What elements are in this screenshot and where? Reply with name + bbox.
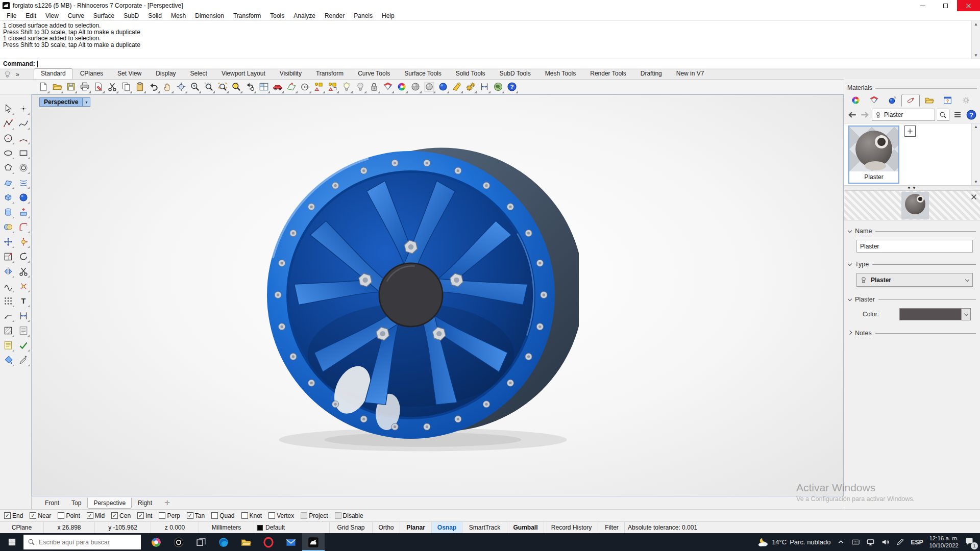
clock[interactable]: 12:16 a. m. 10/10/2022 [929,535,959,549]
viewport-tab-front[interactable]: Front [39,497,65,509]
tool-extrude-curve-icon[interactable] [16,205,30,219]
thumbnail-scrollbar[interactable]: ▲ ▼ [971,123,980,185]
zoom-selected-icon[interactable] [216,81,229,93]
taskbar-opera-browser-icon[interactable] [257,533,280,551]
tool-fillet-edge-icon[interactable] [16,220,30,234]
menu-render[interactable]: Render [320,12,349,20]
back-arrow-icon[interactable] [847,110,857,120]
ghosted-display-icon[interactable] [423,81,435,93]
layers-icon[interactable] [381,81,394,93]
taskbar-file-explorer-icon[interactable] [235,533,257,551]
tool-scale-icon[interactable] [1,249,15,263]
menu-transform[interactable]: Transform [229,12,265,20]
lamp-off-icon[interactable] [354,81,366,93]
menu-surface[interactable]: Surface [89,12,119,20]
save-icon[interactable] [64,81,77,93]
viewport-tab-top[interactable]: Top [65,497,87,509]
show-objects-icon[interactable] [326,81,339,93]
tool-mirror-icon[interactable] [1,264,15,278]
osnap-mid[interactable]: ✓Mid [87,512,105,519]
tool-selection-filter-icon[interactable] [16,338,30,352]
paste-icon[interactable] [133,81,146,93]
osnap-near[interactable]: ✓Near [30,512,51,519]
options-icon[interactable] [464,81,477,93]
status-millimeters[interactable]: Millimeters [199,522,254,533]
tool-cylinder-icon[interactable] [1,205,15,219]
tool-select-icon[interactable] [1,102,15,115]
material-search-input[interactable] [884,111,925,118]
tool-explode-icon[interactable] [16,279,30,293]
tool-trim-icon[interactable] [16,264,30,278]
menu-solid[interactable]: Solid [143,12,166,20]
color-picker-dropdown[interactable] [899,308,971,320]
panel-splitter[interactable]: ▼▼ [844,186,980,191]
status-absolute-tolerance-0-001[interactable]: Absolute tolerance: 0.001 [625,522,980,533]
command-input-line[interactable]: Command: [0,60,980,68]
status-default[interactable]: Default [254,522,330,533]
status-planar[interactable]: Planar [400,522,432,533]
minimize-icon[interactable] [911,0,934,11]
volume-icon[interactable] [881,538,890,546]
tool-loft-icon[interactable] [16,176,30,189]
panel-tab-layers-icon[interactable] [865,94,883,107]
undo-icon[interactable] [147,81,160,93]
checkbox-icon[interactable] [335,512,341,519]
toolbar-tab-render-tools[interactable]: Render Tools [583,68,633,79]
taskbar-rhino-7-icon[interactable] [302,533,325,551]
osnap-int[interactable]: ✓Int [137,512,152,519]
panel-tab-libraries-icon[interactable] [920,94,938,107]
pan-view-icon[interactable] [161,81,174,93]
toolbar-tab-solid-tools[interactable]: Solid Tools [449,68,493,79]
toolbar-tab-display[interactable]: Display [149,68,183,79]
status-grid-snap[interactable]: Grid Snap [330,522,373,533]
status-y-105-962[interactable]: y -105.962 [95,522,151,533]
panel-tab-settings-icon[interactable] [957,94,975,107]
menu-mesh[interactable]: Mesh [166,12,190,20]
set-cplane-icon[interactable] [285,81,298,93]
rendered-display-icon[interactable] [436,81,449,93]
tool-polyline-icon[interactable] [1,116,15,130]
lock-objects-icon[interactable] [368,81,380,93]
cut-icon[interactable] [106,81,118,93]
zoom-window-icon[interactable] [202,81,215,93]
material-search-field[interactable] [872,109,935,121]
tool-single-point-icon[interactable] [16,102,30,115]
status-smarttrack[interactable]: SmartTrack [462,522,507,533]
toolbar-tab-drafting[interactable]: Drafting [633,68,669,79]
notes-section-header[interactable]: Notes [848,330,976,337]
tool-paint-bucket-icon[interactable] [1,353,15,367]
tool-arc-icon[interactable] [16,131,30,145]
taskbar-edge-browser-icon[interactable] [212,533,235,551]
action-center-button[interactable]: 1 [965,537,976,548]
hide-objects-icon[interactable] [312,81,325,93]
tool-control-point-curve-icon[interactable] [16,116,30,130]
taskbar-mail-app-icon[interactable] [280,533,302,551]
toolbar-tab-cplanes[interactable]: CPlanes [73,68,110,79]
cplane-origin-icon[interactable] [299,81,311,93]
tool-gumball-icon[interactable] [16,235,30,248]
panel-tab-materials-icon[interactable] [901,94,920,107]
osnap-disable[interactable]: Disable [335,512,363,519]
viewport-tab-perspective[interactable]: Perspective [87,497,132,509]
checkbox-icon[interactable] [301,512,307,519]
taskbar-colorful-swirl-app-icon[interactable] [145,533,167,551]
render-environment-icon[interactable] [492,81,504,93]
scroll-up-icon[interactable]: ▲ [972,123,980,130]
forward-arrow-icon[interactable] [860,110,870,120]
help-icon[interactable]: ? [505,81,518,93]
menu-edit[interactable]: Edit [21,12,41,20]
lightbulb-icon[interactable] [3,70,12,79]
taskbar-dark-ring-app-icon[interactable] [167,533,190,551]
copy-icon[interactable] [119,81,132,93]
dimension-icon[interactable] [478,81,491,93]
scroll-up-icon[interactable]: ▲ [972,21,980,28]
shaded-display-icon[interactable] [409,81,422,93]
tool-move-icon[interactable] [1,235,15,248]
panel-tab-rendering-icon[interactable] [883,94,901,107]
checkbox-icon[interactable]: ✓ [187,512,193,519]
chevron-up-icon[interactable] [837,538,845,546]
checkbox-icon[interactable] [58,512,64,519]
tool-hatch-icon[interactable] [1,323,15,337]
menu-curve[interactable]: Curve [63,12,89,20]
tool-rotate-icon[interactable] [16,249,30,263]
